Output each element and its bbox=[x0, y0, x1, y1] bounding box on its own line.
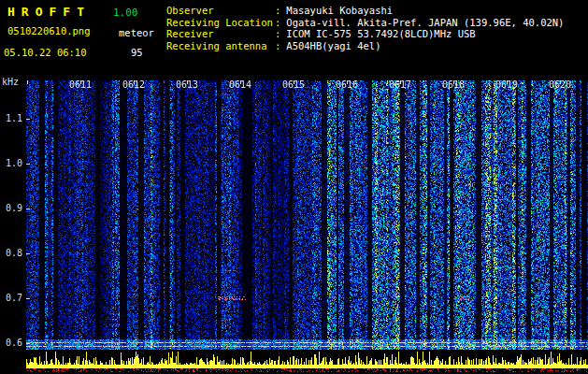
info-row-observer: Observer:Masayuki Kobayashi bbox=[166, 5, 564, 17]
info-value: ICOM IC-575 53.7492(8LCD)MHz USB bbox=[286, 28, 475, 39]
info-label: Receiver bbox=[166, 28, 275, 40]
y-tick-0: 1.1 bbox=[0, 113, 22, 124]
info-separator: : bbox=[275, 28, 280, 39]
info-separator: : bbox=[275, 40, 280, 51]
x-tick-6: 0617 bbox=[388, 79, 412, 90]
info-label: Receiving Location bbox=[166, 17, 275, 29]
info-label: Observer bbox=[166, 5, 275, 17]
y-tick-3: 0.8 bbox=[0, 248, 22, 259]
info-value: A504HB(yagi 4el) bbox=[286, 40, 380, 51]
info-separator: : bbox=[275, 17, 280, 28]
hrofft-output: HROFFT 1.00 0510220610.png meteor 05.10.… bbox=[0, 0, 588, 374]
y-tick-2: 0.9 bbox=[0, 203, 22, 214]
meteor-count: 95 bbox=[131, 47, 143, 58]
x-tick-4: 0615 bbox=[281, 79, 306, 90]
x-tick-2: 0613 bbox=[175, 79, 199, 90]
y-tick-1: 1.0 bbox=[0, 158, 22, 169]
x-tick-9: 0620 bbox=[548, 79, 572, 90]
info-row-location: Receiving Location:Ogata-vill. Akita-Pre… bbox=[166, 17, 564, 29]
info-value: Ogata-vill. Akita-Pref. JAPAN (139.96E, … bbox=[286, 17, 564, 28]
y-axis-unit: kHz bbox=[2, 77, 19, 87]
x-tick-1: 0612 bbox=[122, 79, 146, 90]
spectrogram-plot: kHz 1.1 1.0 0.9 0.8 0.7 0.6 0611 0612 06… bbox=[0, 75, 588, 374]
app-version: 1.00 bbox=[113, 7, 138, 19]
datetime-label: 05.10.22 06:10 bbox=[4, 47, 87, 58]
mode-label: meteor bbox=[119, 27, 154, 38]
info-row-receiver: Receiver:ICOM IC-575 53.7492(8LCD)MHz US… bbox=[166, 28, 564, 40]
x-tick-5: 0616 bbox=[335, 79, 359, 90]
station-info: Observer:Masayuki Kobayashi Receiving Lo… bbox=[166, 5, 564, 51]
info-label: Receiving antenna bbox=[166, 40, 275, 52]
x-tick-7: 0618 bbox=[441, 79, 466, 90]
app-title: HROFFT bbox=[7, 5, 91, 19]
info-value: Masayuki Kobayashi bbox=[286, 5, 393, 16]
y-tick-4: 0.7 bbox=[0, 293, 22, 304]
info-row-antenna: Receiving antenna:A504HB(yagi 4el) bbox=[166, 40, 564, 52]
info-separator: : bbox=[275, 5, 280, 16]
spectrogram-canvas bbox=[26, 80, 588, 372]
y-tick-5: 0.6 bbox=[0, 338, 22, 349]
output-filename: 0510220610.png bbox=[7, 25, 91, 36]
x-tick-0: 0611 bbox=[68, 79, 93, 90]
x-tick-8: 0619 bbox=[495, 79, 519, 90]
x-tick-3: 0614 bbox=[228, 79, 252, 90]
